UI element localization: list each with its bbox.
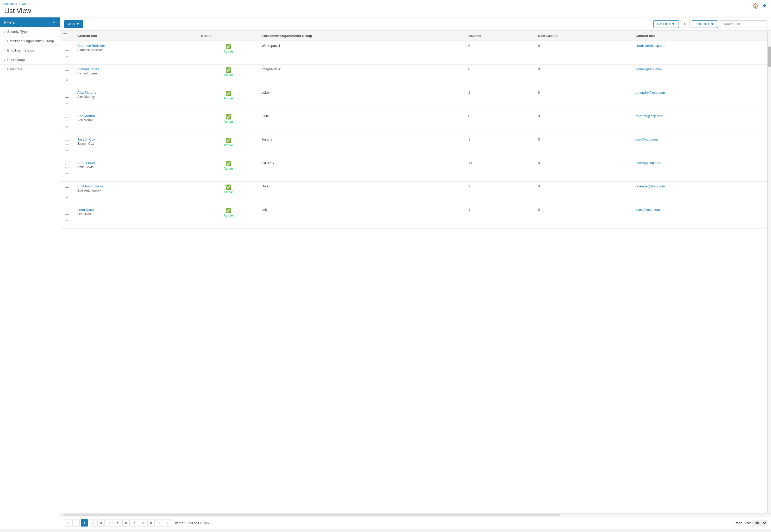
row-checkbox[interactable] (65, 211, 69, 215)
search-input[interactable] (720, 20, 767, 28)
user-name-link[interactable]: Clarence Bodicker (77, 44, 195, 48)
refresh-button[interactable]: ↻ (681, 20, 690, 28)
filter-user-group[interactable]: › User Group (0, 55, 60, 65)
page-8-button[interactable]: 8 (139, 519, 146, 527)
email-link[interactable]: cbodicker@ocp.com (636, 44, 666, 48)
edit-icon[interactable]: ✏ (66, 102, 68, 105)
email-link[interactable]: rmorton@ocp.com (636, 114, 664, 118)
edit-icon[interactable]: ✏ (66, 195, 68, 199)
hscroll-thumb[interactable] (64, 514, 560, 516)
filter-security-type[interactable]: › Security Type (0, 27, 60, 36)
email-link[interactable]: tavenger@ocp.com (636, 184, 665, 188)
star-icon[interactable]: ★ (762, 3, 767, 9)
email-link[interactable]: djones@ocp.com (636, 67, 662, 71)
first-page-button[interactable]: « (64, 519, 71, 527)
filter-enrollment-org[interactable]: › Enrollment Organization Group (0, 36, 60, 46)
edit-icon[interactable]: ✏ (66, 55, 68, 59)
status-cell: ✅ Active (198, 205, 258, 229)
prev-page-button[interactable]: ‹ (72, 519, 80, 527)
email-link[interactable]: jcox@ocp.com (636, 137, 658, 141)
row-checkbox[interactable] (65, 141, 69, 144)
export-arrow-icon: ▼ (711, 22, 714, 26)
filters-header[interactable]: Filters ▼ (0, 17, 60, 27)
items-info: Items 1 - 50 of 172265 (175, 521, 209, 525)
status-cell: ✅ Active (198, 182, 258, 205)
user-name-plain: Anne Lewis (77, 165, 195, 169)
user-name-plain: Leon Nash (77, 212, 195, 216)
user-name-link[interactable]: Alex Murphy (77, 91, 195, 94)
filters-arrow-icon: ▼ (52, 21, 55, 24)
page-size-select[interactable]: 25 50 100 200 (753, 520, 767, 526)
last-page-button[interactable]: » (164, 519, 171, 527)
user-name-link[interactable]: Joseph Cox (77, 137, 195, 141)
row-checkbox[interactable] (65, 70, 69, 74)
user-name-link[interactable]: Bob Morton (77, 114, 195, 118)
row-checkbox[interactable] (65, 47, 69, 51)
page-2-button[interactable]: 2 (89, 519, 96, 527)
general-info-cell: Richard Jones Richard Jones (74, 65, 198, 88)
status-text: Active (224, 143, 233, 147)
user-name-link[interactable]: Richard Jones (77, 67, 195, 71)
page-9-button[interactable]: 9 (147, 519, 155, 527)
status-text: Active (224, 190, 233, 194)
email-link[interactable]: alewis@ocp.com (636, 161, 661, 165)
org-name: iOS Dev (262, 161, 274, 165)
user-name-plain: Richard Jones (77, 72, 195, 75)
status-check-icon: ✅ (201, 137, 255, 143)
layout-button[interactable]: LAYOUT ▼ (653, 20, 679, 28)
page-7-button[interactable]: 7 (131, 519, 138, 527)
user-name-plain: Emil Antonowsky (77, 189, 195, 192)
edit-icon[interactable]: ✏ (66, 172, 68, 176)
filters-label: Filters (4, 20, 15, 24)
next-page-button[interactable]: › (156, 519, 163, 527)
select-all-checkbox[interactable] (63, 33, 67, 37)
user-groups-cell: 0 (535, 205, 633, 229)
edit-icon[interactable]: ✏ (66, 78, 68, 82)
vertical-scrollbar[interactable] (767, 31, 771, 513)
main-content: ADD ▼ LAYOUT ▼ ↻ EXPORT ▼ (60, 17, 771, 529)
page-4-button[interactable]: 4 (106, 519, 113, 527)
email-link[interactable]: lnash@ocp.com (636, 208, 660, 212)
export-button[interactable]: EXPORT ▼ (692, 20, 718, 28)
page-3-button[interactable]: 3 (97, 519, 105, 527)
scrollbar-thumb[interactable] (768, 46, 771, 67)
user-groups-cell: 0 (535, 182, 633, 205)
page-6-button[interactable]: 6 (122, 519, 130, 527)
add-button[interactable]: ADD ▼ (64, 20, 83, 28)
user-groups-count: 0 (538, 137, 540, 141)
edit-icon[interactable]: ✏ (66, 125, 68, 129)
row-actions-cell: ✏ (60, 182, 74, 205)
contact-info-cell: amurphy@ocp.com (633, 88, 767, 111)
org-cell: Anjana (258, 135, 465, 158)
row-checkbox[interactable] (65, 164, 69, 168)
devices-cell: 0 (465, 65, 535, 88)
edit-icon[interactable]: ✏ (66, 219, 68, 223)
breadcrumb-accounts[interactable]: Accounts (4, 2, 17, 6)
select-all-header[interactable] (60, 31, 74, 41)
chevron-icon: › (4, 58, 5, 61)
filter-user-role[interactable]: › User Role (0, 65, 60, 74)
row-checkbox[interactable] (65, 187, 69, 191)
devices-cell: 0 (465, 111, 535, 135)
home-icon[interactable]: 🏠 (753, 3, 759, 9)
devices-count: 14 (469, 161, 472, 165)
page-5-button[interactable]: 5 (114, 519, 121, 527)
org-name: Guru (262, 114, 269, 118)
user-name-link[interactable]: Leon Nash (77, 208, 195, 212)
user-groups-cell: 0 (535, 65, 633, 88)
breadcrumb-users[interactable]: Users (22, 2, 30, 6)
general-info-cell: Clarence Bodicker Clarence Bodicker (74, 41, 198, 65)
row-checkbox[interactable] (65, 117, 69, 121)
page-1-button[interactable]: 1 (81, 519, 88, 527)
user-groups-cell: 0 (535, 41, 633, 65)
horizontal-scrollbar[interactable] (60, 513, 771, 517)
user-name-link[interactable]: Emil Antonowsky (77, 184, 195, 188)
user-name-link[interactable]: Anne Lewis (77, 161, 195, 165)
status-check-icon: ✅ (201, 91, 255, 96)
email-link[interactable]: amurphy@ocp.com (636, 91, 665, 94)
row-checkbox[interactable] (65, 94, 69, 98)
page-size-label: Page Size: (735, 521, 751, 525)
filter-enrollment-status[interactable]: › Enrollment Status (0, 46, 60, 55)
edit-icon[interactable]: ✏ (66, 149, 68, 152)
org-name: sdkbr (262, 91, 270, 94)
